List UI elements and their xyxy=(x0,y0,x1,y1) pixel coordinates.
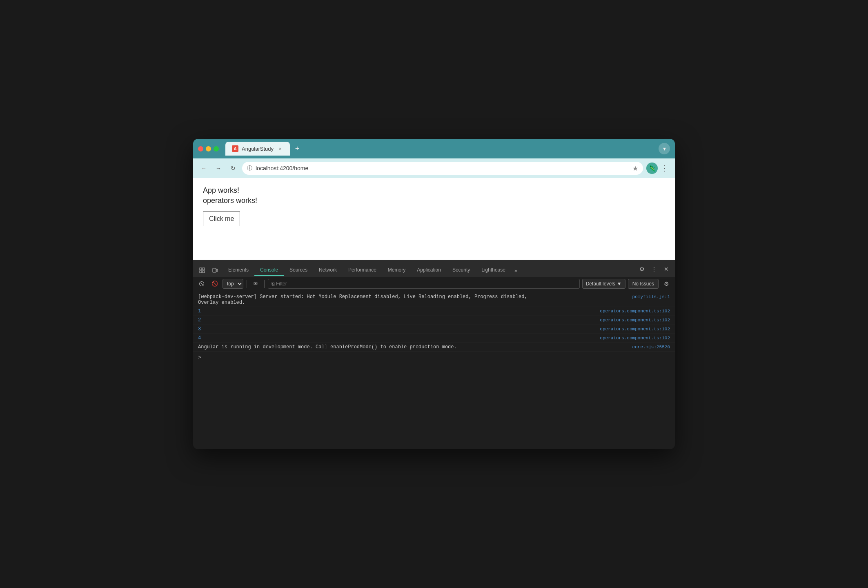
console-toolbar-right: Default levels ▼ No Issues ⚙ xyxy=(582,278,672,289)
browser-window: A AngularStudy × + ▾ ← → ↻ ⓘ localhost:4… xyxy=(193,139,675,449)
url-bar[interactable]: ⓘ localhost:4200/home ★ xyxy=(242,162,643,175)
devtools-close-icon[interactable]: ✕ xyxy=(661,264,672,274)
traffic-lights xyxy=(198,146,219,151)
bookmark-star-icon[interactable]: ★ xyxy=(632,165,638,172)
tab-console[interactable]: Console xyxy=(254,265,284,276)
console-source-3[interactable]: operators.component.ts:102 xyxy=(600,327,670,332)
tab-sources[interactable]: Sources xyxy=(284,265,313,276)
reload-button[interactable]: ↻ xyxy=(227,163,239,174)
console-levels-button[interactable]: Default levels ▼ xyxy=(582,279,625,289)
console-source-2[interactable]: operators.component.ts:102 xyxy=(600,318,670,323)
console-eye-icon[interactable]: 👁 xyxy=(250,278,261,289)
console-message-3: 3 xyxy=(198,326,595,332)
console-prompt-symbol: > xyxy=(198,354,201,361)
console-line-webpack: [webpack-dev-server] Server started: Hot… xyxy=(193,293,675,307)
app-works-text: App works! xyxy=(203,186,665,195)
browser-tab-active[interactable]: A AngularStudy × xyxy=(225,142,290,156)
console-filter-bar: ⎗ xyxy=(268,279,580,289)
console-clear-icon[interactable] xyxy=(196,278,207,289)
address-bar: ← → ↻ ⓘ localhost:4200/home ★ 🦎 ⋮ xyxy=(193,158,675,178)
console-toolbar-divider2 xyxy=(264,280,265,288)
url-text: localhost:4200/home xyxy=(256,165,629,172)
console-line-1: 1 operators.component.ts:102 xyxy=(193,307,675,316)
tab-memory[interactable]: Memory xyxy=(382,265,411,276)
console-settings-icon[interactable]: ⚙ xyxy=(661,278,672,289)
chevron-down-icon: ▼ xyxy=(617,281,622,287)
tab-application[interactable]: Application xyxy=(411,265,447,276)
tab-favicon: A xyxy=(232,145,238,152)
svg-rect-3 xyxy=(203,271,205,273)
browser-dropdown-button[interactable]: ▾ xyxy=(659,143,670,154)
svg-rect-1 xyxy=(203,268,205,270)
console-output: [webpack-dev-server] Server started: Hot… xyxy=(193,291,675,449)
close-window-button[interactable] xyxy=(198,146,203,151)
console-message-2: 2 xyxy=(198,317,595,323)
devtools-more-icon[interactable]: ⋮ xyxy=(649,264,659,274)
favicon-letter: A xyxy=(234,147,236,151)
devtools-inspect-icon[interactable] xyxy=(196,265,208,276)
console-message-webpack: [webpack-dev-server] Server started: Hot… xyxy=(198,294,628,305)
tab-lighthouse[interactable]: Lighthouse xyxy=(476,265,511,276)
tab-more-button[interactable]: » xyxy=(511,265,521,276)
browser-menu: 🦎 ⋮ xyxy=(646,162,670,174)
devtools-panel: Elements Console Sources Network Perform… xyxy=(193,260,675,449)
console-source-1[interactable]: operators.component.ts:102 xyxy=(600,309,670,314)
back-button[interactable]: ← xyxy=(198,163,209,174)
tab-close-button[interactable]: × xyxy=(277,145,283,152)
profile-avatar[interactable]: 🦎 xyxy=(646,163,658,174)
minimize-window-button[interactable] xyxy=(206,146,211,151)
svg-line-7 xyxy=(200,283,203,285)
console-source-polyfills[interactable]: polyfills.js:1 xyxy=(632,294,670,299)
browser-menu-button[interactable]: ⋮ xyxy=(659,162,670,174)
console-filter-input[interactable] xyxy=(276,281,576,287)
maximize-window-button[interactable] xyxy=(214,146,219,151)
tab-title: AngularStudy xyxy=(242,146,274,152)
devtools-settings-icon[interactable]: ⚙ xyxy=(637,264,647,274)
new-tab-button[interactable]: + xyxy=(292,143,303,154)
devtools-actions: ⚙ ⋮ ✕ xyxy=(637,264,672,276)
console-toolbar-divider xyxy=(247,280,247,288)
console-line-3: 3 operators.component.ts:102 xyxy=(193,325,675,334)
title-bar-actions: ▾ xyxy=(659,143,670,154)
tab-security[interactable]: Security xyxy=(447,265,476,276)
title-bar: A AngularStudy × + ▾ xyxy=(193,139,675,158)
console-line-2: 2 operators.component.ts:102 xyxy=(193,316,675,325)
devtools-tab-bar: Elements Console Sources Network Perform… xyxy=(193,260,675,276)
console-source-4[interactable]: operators.component.ts:102 xyxy=(600,336,670,341)
url-security-icon: ⓘ xyxy=(247,165,252,172)
devtools-device-icon[interactable] xyxy=(209,265,221,276)
tab-bar: A AngularStudy × + xyxy=(225,142,655,156)
console-issues-button[interactable]: No Issues xyxy=(628,279,659,289)
svg-rect-5 xyxy=(216,269,218,272)
console-line-angular: Angular is running in development mode. … xyxy=(193,343,675,352)
svg-rect-2 xyxy=(200,271,202,273)
tab-elements[interactable]: Elements xyxy=(223,265,254,276)
click-me-button[interactable]: Click me xyxy=(203,212,240,226)
console-toolbar: 🚫 top 👁 ⎗ Default levels ▼ No Issues ⚙ xyxy=(193,276,675,291)
console-message-1: 1 xyxy=(198,308,595,314)
page-content: App works! operators works! Click me xyxy=(193,178,675,260)
forward-button[interactable]: → xyxy=(213,163,224,174)
console-context-select[interactable]: top xyxy=(223,279,243,289)
tab-performance[interactable]: Performance xyxy=(343,265,382,276)
svg-rect-0 xyxy=(200,268,202,270)
console-message-4: 4 xyxy=(198,335,595,341)
console-block-icon[interactable]: 🚫 xyxy=(209,278,220,289)
tab-network[interactable]: Network xyxy=(313,265,343,276)
console-message-angular: Angular is running in development mode. … xyxy=(198,344,628,350)
console-prompt-line[interactable]: > xyxy=(193,352,675,363)
console-line-4: 4 operators.component.ts:102 xyxy=(193,334,675,343)
filter-icon: ⎗ xyxy=(272,281,274,287)
operators-works-text: operators works! xyxy=(203,196,665,205)
console-source-core[interactable]: core.mjs:25520 xyxy=(632,345,670,350)
devtools-icon-buttons xyxy=(196,265,221,276)
svg-rect-4 xyxy=(213,268,216,272)
